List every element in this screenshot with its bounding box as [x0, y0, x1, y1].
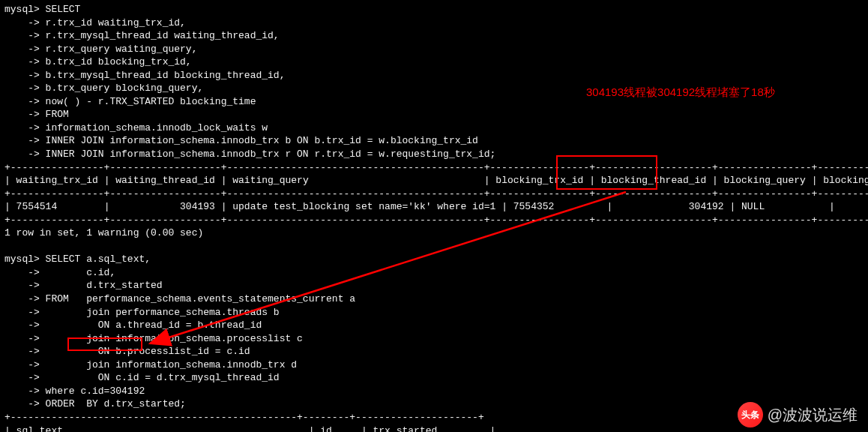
table-border: +---------------------------------------…	[4, 411, 864, 424]
sql-line: -> where c.id=304192	[4, 385, 864, 398]
table-border: +----------------+-------------------+--…	[4, 188, 864, 201]
terminal-output: mysql> SELECT -> r.trx_id waiting_trx_id…	[4, 3, 864, 432]
table-border: +----------------+-------------------+--…	[4, 161, 864, 175]
sql-line: -> information_schema.innodb_lock_waits …	[4, 122, 864, 135]
blank-line	[4, 240, 864, 254]
sql-line: -> ON b.processlist_id = c.id	[4, 345, 864, 358]
sql-line: -> d.trx_started	[4, 279, 864, 292]
watermark: 头条 @波波说运维	[738, 402, 858, 428]
sql-line: -> join information_schema.innodb_trx d	[4, 358, 864, 372]
watermark-logo-icon: 头条	[738, 402, 763, 428]
sql-line: -> INNER JOIN information_schema.innodb_…	[4, 148, 864, 161]
sql-line: -> join performance_schema.threads b	[4, 306, 864, 320]
sql-line: -> b.trx_id blocking_trx_id,	[4, 56, 864, 69]
sql-line: -> r.trx_id waiting_trx_id,	[4, 16, 864, 30]
sql-line: -> FROM	[4, 108, 864, 122]
table-header-row: | sql_text | id | trx_started |	[4, 424, 864, 433]
table-border: +----------------+-------------------+--…	[4, 214, 864, 227]
sql-line: mysql> SELECT	[4, 3, 864, 16]
sql-line: -> c.id,	[4, 266, 864, 280]
watermark-label: @波波说运维	[768, 405, 858, 425]
sql-line: -> ON c.id = d.trx_mysql_thread_id	[4, 371, 864, 385]
sql-line: -> ON a.thread_id = b.thread_id	[4, 319, 864, 332]
sql-line: -> ORDER BY d.trx_started;	[4, 398, 864, 411]
sql-line: -> join information_schema.processlist c	[4, 332, 864, 346]
sql-line: mysql> SELECT a.sql_text,	[4, 253, 864, 266]
sql-line: -> b.trx_mysql_thread_id blocking_thread…	[4, 69, 864, 82]
result-status: 1 row in set, 1 warning (0.00 sec)	[4, 226, 864, 240]
table-data-row: | 7554514 | 304193 | update test_blockin…	[4, 200, 864, 214]
annotation-text: 304193线程被304192线程堵塞了18秒	[586, 85, 775, 100]
sql-line: -> INNER JOIN information_schema.innodb_…	[4, 134, 864, 148]
sql-line: -> FROM performance_schema.events_statem…	[4, 292, 864, 306]
sql-line: -> r.trx_query waiting_query,	[4, 43, 864, 56]
table-header-row: | waiting_trx_id | waiting_thread_id | w…	[4, 174, 864, 188]
sql-line: -> r.trx_mysql_thread_id waiting_thread_…	[4, 29, 864, 43]
